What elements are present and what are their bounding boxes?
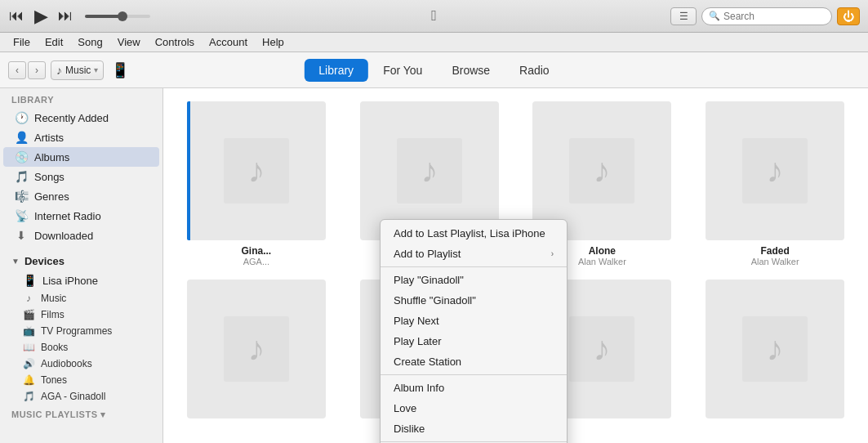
source-selector[interactable]: ♪ Music ▾ [51, 60, 104, 80]
devices-triangle-icon: ▼ [11, 257, 20, 266]
album-artist-0: AGA... [243, 257, 269, 266]
sidebar-label-device-films: Films [41, 309, 65, 320]
sidebar-item-recently-added[interactable]: 🕐 Recently Added [3, 108, 159, 128]
iphone-button[interactable]: 📱 [109, 59, 131, 82]
device-books-icon: 📖 [23, 342, 34, 353]
ctx-add-to-last-playlist[interactable]: Add to Last Playlist, Lisa iPhone [381, 223, 567, 244]
internet-radio-icon: 📡 [15, 209, 28, 222]
recently-added-icon: 🕐 [15, 111, 28, 124]
device-aga-icon: 🎵 [23, 391, 34, 402]
ctx-separator-2 [381, 374, 567, 375]
title-bar: ⏮ ▶ ⏭  ☰ 🔍 ⏻ [0, 0, 868, 33]
ctx-add-to-playlist[interactable]: Add to Playlist › [381, 244, 567, 264]
downloaded-icon: ⬇ [15, 229, 28, 242]
sidebar-label-device-books: Books [41, 342, 68, 353]
ctx-play-ginadoll[interactable]: Play "Ginadoll" [381, 270, 567, 290]
music-note-placeholder-6: ♪ [569, 316, 634, 382]
music-note-icon: ♪ [56, 64, 62, 77]
search-box[interactable]: 🔍 [701, 7, 832, 25]
sidebar-label-device-tones: Tones [41, 374, 67, 386]
ctx-album-info[interactable]: Album Info [381, 378, 567, 398]
ctx-play-next[interactable]: Play Next [381, 311, 567, 331]
sidebar-label-artists: Artists [34, 132, 64, 144]
menu-controls[interactable]: Controls [149, 34, 201, 50]
sidebar-item-lisa-iphone[interactable]: 📱 Lisa iPhone [3, 271, 159, 290]
sidebar-item-device-films[interactable]: 🎬 Films [0, 307, 162, 323]
sidebar-item-device-music[interactable]: ♪ Music [0, 290, 162, 307]
ctx-shuffle-ginadoll[interactable]: Shuffle "Ginadoll" [381, 290, 567, 311]
device-audiobooks-icon: 🔊 [23, 358, 34, 369]
album-card-7[interactable]: ♪ [695, 280, 855, 418]
devices-header[interactable]: ▼ Devices [0, 252, 162, 271]
sidebar-item-artists[interactable]: 👤 Artists [3, 128, 159, 147]
menu-file[interactable]: File [7, 34, 37, 50]
sidebar-label-lisa-iphone: Lisa iPhone [42, 275, 98, 287]
account-button[interactable]: ⏻ [837, 7, 860, 25]
sidebar-item-device-aga[interactable]: 🎵 AGA - Ginadoll [0, 388, 162, 405]
album-card-4[interactable]: ♪ [176, 280, 336, 418]
album-card-0[interactable]: ♪ Gina... AGA... [176, 101, 336, 266]
sidebar-item-albums[interactable]: 💿 Albums [3, 147, 159, 167]
album-artist-3: Alan Walker [751, 257, 799, 266]
tab-for-you[interactable]: For You [368, 59, 437, 82]
ctx-love[interactable]: Love [381, 398, 567, 418]
search-input[interactable] [723, 11, 825, 22]
rewind-button[interactable]: ⏮ [8, 8, 24, 25]
tab-browse[interactable]: Browse [437, 59, 505, 82]
sidebar-item-genres[interactable]: 🎼 Genres [3, 186, 159, 206]
sidebar-label-genres: Genres [34, 190, 69, 203]
ctx-separator-3 [381, 441, 567, 442]
music-note-placeholder-3: ♪ [742, 138, 808, 204]
sidebar-label-device-tv: TV Programmes [41, 325, 112, 337]
album-artist-2: Alan Walker [578, 257, 626, 266]
device-music-icon: ♪ [23, 293, 34, 304]
album-title-2: Alone [589, 245, 616, 257]
svg-text:♪: ♪ [421, 151, 438, 190]
ctx-create-station[interactable]: Create Station [381, 351, 567, 372]
music-note-placeholder-0: ♪ [224, 138, 289, 204]
device-tones-icon: 🔔 [23, 374, 34, 386]
menu-song[interactable]: Song [71, 34, 109, 50]
album-card-3[interactable]: ♪ Faded Alan Walker [695, 101, 855, 266]
tab-radio[interactable]: Radio [505, 59, 564, 82]
sidebar-item-device-books[interactable]: 📖 Books [0, 339, 162, 356]
nav-tabs: Library For You Browse Radio [304, 59, 563, 82]
sidebar-item-device-audiobooks[interactable]: 🔊 Audiobooks [0, 356, 162, 372]
svg-text:♪: ♪ [247, 329, 265, 368]
album-title-0: Gina... [242, 245, 272, 257]
sidebar-label-device-audiobooks: Audiobooks [41, 358, 92, 369]
sidebar-item-songs[interactable]: 🎵 Songs [3, 167, 159, 186]
music-note-placeholder-4: ♪ [224, 316, 289, 382]
sidebar-label-albums: Albums [34, 151, 69, 163]
nav-back[interactable]: ‹ [8, 61, 26, 79]
nav-forward[interactable]: › [28, 61, 46, 79]
source-label: Music [65, 65, 91, 76]
list-view-button[interactable]: ☰ [670, 7, 697, 25]
ctx-play-later[interactable]: Play Later [381, 331, 567, 351]
svg-text:♪: ♪ [247, 151, 265, 190]
forward-button[interactable]: ⏭ [57, 8, 73, 25]
ctx-dislike[interactable]: Dislike [381, 418, 567, 439]
sidebar-label-downloaded: Downloaded [34, 230, 93, 242]
play-button[interactable]: ▶ [29, 5, 52, 28]
svg-text:♪: ♪ [594, 151, 611, 190]
menu-edit[interactable]: Edit [38, 34, 69, 50]
album-art-3: ♪ [706, 101, 844, 240]
sidebar-item-downloaded[interactable]: ⬇ Downloaded [3, 226, 159, 245]
album-art-0: ♪ [187, 101, 326, 240]
menu-account[interactable]: Account [203, 34, 254, 50]
menu-help[interactable]: Help [256, 34, 291, 50]
volume-slider[interactable] [85, 15, 150, 18]
sidebar-item-internet-radio[interactable]: 📡 Internet Radio [3, 206, 159, 226]
sidebar-label-device-aga: AGA - Ginadoll [41, 391, 105, 402]
sidebar-label-recently-added: Recently Added [34, 112, 109, 124]
music-note-placeholder-7: ♪ [742, 316, 808, 382]
album-title-3: Faded [760, 245, 789, 257]
sidebar-item-device-tones[interactable]: 🔔 Tones [0, 372, 162, 388]
sidebar-label-songs: Songs [34, 171, 65, 183]
music-playlists-header[interactable]: Music Playlists ▾ [0, 405, 162, 423]
tab-library[interactable]: Library [304, 59, 368, 82]
menu-view[interactable]: View [111, 34, 147, 50]
artists-icon: 👤 [15, 131, 28, 144]
sidebar-item-device-tv[interactable]: 📺 TV Programmes [0, 323, 162, 339]
